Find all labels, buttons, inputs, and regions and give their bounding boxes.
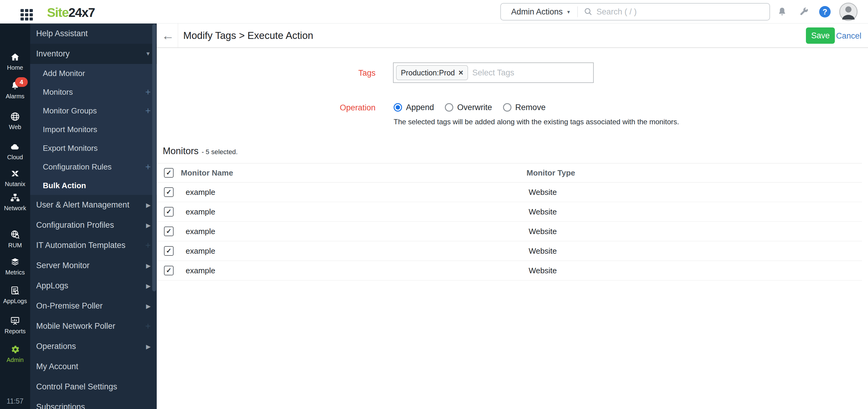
rail-item-alarms[interactable]: 4Alarms: [0, 81, 30, 100]
sidebar-item-monitor-groups[interactable]: Monitor Groups+: [30, 101, 157, 120]
row-checkbox[interactable]: ✓: [164, 246, 174, 256]
operation-option-overwrite[interactable]: Overwrite: [445, 103, 492, 112]
rail-item-label: Alarms: [0, 93, 30, 100]
gear-icon: [10, 345, 21, 355]
chevron-right-icon: ▶: [146, 222, 151, 229]
rail-item-applogs[interactable]: AppLogs: [0, 286, 30, 304]
monitor-name-cell: example: [181, 207, 527, 216]
search-input[interactable]: [596, 7, 770, 17]
operation-label: Operation: [283, 103, 375, 113]
rail-item-rum[interactable]: RUM: [0, 230, 30, 249]
monitor-name-cell: example: [181, 266, 527, 275]
rail-item-cloud[interactable]: Cloud: [0, 142, 30, 161]
notifications-bell-icon[interactable]: [777, 7, 787, 18]
remove-tag-icon[interactable]: ×: [458, 69, 463, 77]
sidebar-item-applogs[interactable]: AppLogs▶: [30, 276, 157, 296]
plus-icon: +: [145, 241, 151, 250]
plus-icon[interactable]: +: [145, 106, 151, 116]
sidebar-item-label: Configuration Profiles: [36, 221, 146, 230]
sidebar-item-add-monitor[interactable]: Add Monitor: [30, 64, 157, 83]
sidebar-item-server-monitor[interactable]: Server Monitor▶: [30, 256, 157, 276]
sidebar-item-user-alert-management[interactable]: User & Alert Management▶: [30, 195, 157, 215]
reports-icon: [10, 316, 21, 326]
tags-text-input[interactable]: [472, 68, 591, 78]
radio-append[interactable]: [394, 103, 402, 112]
select-all-checkbox[interactable]: ✓: [164, 168, 174, 178]
network-icon: [10, 193, 21, 203]
wrench-icon[interactable]: [799, 7, 809, 18]
sidebar-item-bulk-action[interactable]: Bulk Action: [30, 176, 157, 195]
sidebar-item-control-panel-settings[interactable]: Control Panel Settings: [30, 377, 157, 397]
plus-icon[interactable]: +: [145, 162, 151, 172]
logo-24x7-text: 24x7: [68, 5, 95, 20]
table-row: ✓exampleWebsite: [157, 182, 862, 202]
back-button[interactable]: ←: [160, 28, 176, 43]
sidebar-menu: Help AssistantInventory▼Add MonitorMonit…: [30, 24, 157, 409]
operation-option-remove[interactable]: Remove: [503, 103, 546, 112]
radio-overwrite[interactable]: [445, 103, 453, 112]
sidebar-item-label: Subscriptions: [36, 402, 151, 409]
sidebar-item-label: Mobile Network Poller: [36, 322, 145, 331]
row-checkbox[interactable]: ✓: [164, 187, 174, 197]
rail-item-web[interactable]: Web: [0, 112, 30, 130]
select-all-cell: ✓: [157, 168, 181, 178]
operation-option-append[interactable]: Append: [394, 103, 434, 112]
metrics-icon: [10, 257, 21, 267]
tag-chip-label: Production:Prod: [401, 68, 455, 77]
sidebar-item-export-monitors[interactable]: Export Monitors: [30, 139, 157, 157]
monitor-type-cell: Website: [527, 266, 862, 275]
rail-item-reports[interactable]: Reports: [0, 316, 30, 335]
admin-actions-label: Admin Actions: [511, 7, 563, 17]
sidebar-item-help-assistant[interactable]: Help Assistant: [30, 24, 157, 44]
sidebar-item-inventory[interactable]: Inventory▼: [30, 44, 157, 64]
monitor-name-cell: example: [181, 246, 527, 256]
admin-actions-dropdown[interactable]: Admin Actions ▼: [501, 7, 578, 17]
sidebar-item-import-monitors[interactable]: Import Monitors: [30, 120, 157, 139]
sidebar-item-label: Bulk Action: [43, 181, 151, 190]
save-button[interactable]: Save: [806, 27, 835, 44]
app-window: Site24x7 Admin Actions ▼ ? 11:57 Home4Al…: [0, 0, 868, 409]
site24x7-logo[interactable]: Site24x7: [47, 5, 95, 20]
sidebar-scrollbar[interactable]: [152, 24, 156, 291]
table-row: ✓exampleWebsite: [157, 222, 862, 241]
table-body: ✓exampleWebsite✓exampleWebsite✓exampleWe…: [157, 182, 862, 281]
rail-item-network[interactable]: Network: [0, 193, 30, 212]
apps-grid-icon[interactable]: [21, 9, 33, 21]
row-checkbox[interactable]: ✓: [164, 207, 174, 216]
header-divider: [178, 24, 178, 47]
chevron-right-icon: ▶: [146, 282, 151, 290]
left-rail: 11:57 Home4AlarmsWebCloudNutanixNetworkR…: [0, 24, 30, 409]
help-icon[interactable]: ?: [819, 6, 831, 18]
applogs-icon: [10, 286, 21, 296]
sidebar-item-it-automation-templates[interactable]: IT Automation Templates+: [30, 235, 157, 256]
rail-item-nutanix[interactable]: Nutanix: [0, 169, 30, 187]
rail-item-metrics[interactable]: Metrics: [0, 257, 30, 276]
sidebar-item-label: Export Monitors: [43, 144, 151, 153]
sidebar-item-configuration-profiles[interactable]: Configuration Profiles▶: [30, 215, 157, 235]
row-checkbox[interactable]: ✓: [164, 227, 174, 236]
main-content: ← Modify Tags > Execute Action Save Canc…: [157, 24, 868, 409]
sidebar-item-label: My Account: [36, 362, 151, 371]
sidebar-item-mobile-network-poller[interactable]: Mobile Network Poller+: [30, 316, 157, 336]
tags-input[interactable]: Production:Prod ×: [393, 62, 594, 83]
sidebar-item-label: User & Alert Management: [36, 200, 146, 210]
sidebar-item-my-account[interactable]: My Account: [30, 356, 157, 377]
row-checkbox[interactable]: ✓: [164, 266, 174, 275]
rail-item-home[interactable]: Home: [0, 52, 30, 71]
sidebar-item-label: Configuration Rules: [43, 162, 145, 172]
sidebar-item-subscriptions[interactable]: Subscriptions: [30, 397, 157, 409]
chevron-right-icon: ▶: [146, 343, 151, 350]
sidebar-item-configuration-rules[interactable]: Configuration Rules+: [30, 157, 157, 176]
sidebar-item-label: IT Automation Templates: [36, 241, 145, 250]
sidebar-item-monitors[interactable]: Monitors+: [30, 83, 157, 101]
monitors-table: ✓ Monitor Name Monitor Type ✓exampleWebs…: [157, 163, 862, 281]
sidebar-item-operations[interactable]: Operations▶: [30, 336, 157, 356]
cancel-link[interactable]: Cancel: [836, 31, 861, 41]
rail-item-admin[interactable]: Admin: [0, 345, 30, 363]
alarm-count-badge: 4: [15, 77, 28, 87]
plus-icon: +: [145, 322, 151, 331]
user-avatar[interactable]: [839, 2, 858, 21]
radio-remove[interactable]: [503, 103, 512, 112]
plus-icon[interactable]: +: [145, 87, 151, 97]
sidebar-item-on-premise-poller[interactable]: On-Premise Poller▶: [30, 296, 157, 316]
